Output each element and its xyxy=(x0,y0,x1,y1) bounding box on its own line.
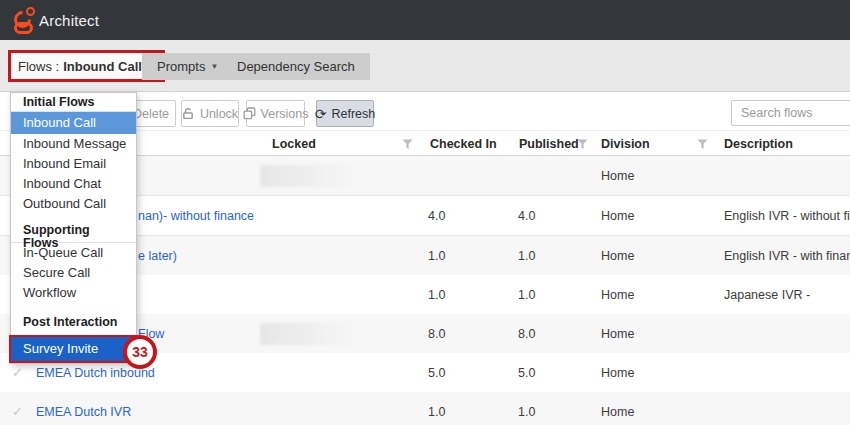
published-cell: 8.0 xyxy=(518,314,535,353)
division-cell: Home xyxy=(601,156,634,195)
published-cell: 1.0 xyxy=(518,275,535,314)
menu-item-secure-call[interactable]: Secure Call xyxy=(11,263,136,283)
description-cell: English IVR - without finance xyxy=(724,196,850,235)
column-header-description[interactable]: Description xyxy=(724,131,793,157)
checked-in-cell: 5.0 xyxy=(428,353,445,392)
prompts-dropdown-button[interactable]: Prompts ▼ xyxy=(142,53,233,80)
annotation-step-badge: 33 xyxy=(123,335,157,369)
published-cell: 1.0 xyxy=(518,236,535,275)
published-cell: 5.0 xyxy=(518,353,535,392)
menu-item-survey-invite[interactable]: Survey Invite xyxy=(11,337,136,361)
versions-icon xyxy=(243,107,256,120)
menu-section-header: Post Interaction xyxy=(11,313,136,331)
checked-in-cell: 1.0 xyxy=(428,275,445,314)
menu-item-outbound-call[interactable]: Outbound Call xyxy=(11,194,136,214)
column-header-checked-in[interactable]: Checked In xyxy=(430,131,497,157)
description-cell: Japanese IVR - xyxy=(724,275,810,314)
menu-item-in-queue-call[interactable]: In-Queue Call xyxy=(11,243,136,263)
description-cell: English IVR - with finance xyxy=(724,236,850,275)
division-cell: Home xyxy=(601,392,634,425)
filter-icon[interactable] xyxy=(402,139,413,150)
flow-type-dropdown-menu: Initial Flows Inbound Call Inbound Messa… xyxy=(10,92,137,364)
unlock-icon xyxy=(182,107,195,120)
column-header-division[interactable]: Division xyxy=(601,131,650,157)
dependency-search-button[interactable]: Dependency Search xyxy=(222,53,370,80)
checked-in-cell: 1.0 xyxy=(428,236,445,275)
genesys-logo-icon xyxy=(13,7,37,34)
published-cell: 4.0 xyxy=(518,196,535,235)
redacted-locked-value xyxy=(260,323,358,345)
flow-name-link[interactable]: e later) xyxy=(138,236,177,275)
flows-button-prefix: Flows : xyxy=(18,59,59,74)
division-cell: Home xyxy=(601,275,634,314)
menu-item-inbound-chat[interactable]: Inbound Chat xyxy=(11,174,136,194)
checked-in-cell: 1.0 xyxy=(428,392,445,425)
menu-item-inbound-call[interactable]: Inbound Call xyxy=(11,112,136,134)
row-check-icon: ✓ xyxy=(12,392,23,425)
menu-section-header: Initial Flows xyxy=(11,93,136,111)
column-header-published[interactable]: Published xyxy=(519,131,579,157)
app-title: Architect xyxy=(39,12,99,29)
filter-icon[interactable] xyxy=(577,139,588,150)
refresh-icon: ⟳ xyxy=(315,107,327,121)
redacted-locked-value xyxy=(260,165,358,187)
flow-name-link[interactable]: EMEA Dutch IVR xyxy=(36,392,131,425)
checked-in-cell: 8.0 xyxy=(428,314,445,353)
flow-name-link[interactable]: nan)- without finance xyxy=(138,196,254,235)
column-header-locked[interactable]: Locked xyxy=(272,131,316,157)
division-cell: Home xyxy=(601,236,634,275)
search-flows-input[interactable] xyxy=(731,100,850,126)
checked-in-cell: 4.0 xyxy=(428,196,445,235)
architect-flows-screen: Architect Flows : Inbound Call ▲ Prompts… xyxy=(0,0,850,425)
division-cell: Home xyxy=(601,314,634,353)
menu-item-inbound-message[interactable]: Inbound Message xyxy=(11,134,136,154)
menu-section-header: Supporting Flows xyxy=(11,221,136,239)
caret-down-icon: ▼ xyxy=(210,63,218,71)
published-cell: 1.0 xyxy=(518,392,535,425)
versions-button[interactable]: Versions xyxy=(246,100,305,127)
division-cell: Home xyxy=(601,196,634,235)
refresh-button[interactable]: ⟳ Refresh xyxy=(316,100,374,127)
menu-item-workflow[interactable]: Workflow xyxy=(11,283,136,303)
menu-item-inbound-email[interactable]: Inbound Email xyxy=(11,154,136,174)
table-row[interactable]: ✓ EMEA Dutch IVR 1.0 1.0 Home xyxy=(0,392,850,425)
filter-icon[interactable] xyxy=(697,139,708,150)
flows-button-selected: Inbound Call xyxy=(63,59,142,74)
unlock-button[interactable]: Unlock xyxy=(181,100,239,127)
division-cell: Home xyxy=(601,353,634,392)
main-toolbar: Flows : Inbound Call ▲ Prompts ▼ Depende… xyxy=(0,40,850,92)
app-header: Architect xyxy=(0,0,850,40)
